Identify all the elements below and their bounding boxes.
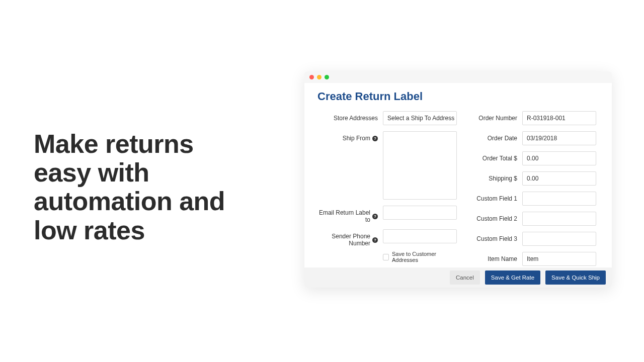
close-icon[interactable]: [309, 75, 314, 79]
sender-phone-label: Sender Phone Number ?: [317, 229, 383, 247]
order-date-input[interactable]: [522, 131, 596, 145]
ship-from-label: Ship From ?: [317, 131, 383, 142]
order-number-input[interactable]: [522, 111, 596, 125]
question-icon[interactable]: ?: [372, 136, 378, 141]
order-total-label: Order Total $: [472, 151, 522, 162]
email-return-label-to-input[interactable]: [383, 206, 457, 220]
custom-field-3-input[interactable]: [522, 232, 596, 246]
hero-headline: Make returns easy with automation and lo…: [34, 130, 250, 245]
app-window: Create Return Label Store Addresses Sele…: [304, 71, 612, 288]
titlebar: [304, 71, 612, 83]
question-icon[interactable]: ?: [372, 237, 378, 243]
ship-from-input[interactable]: [383, 131, 457, 200]
order-date-label: Order Date: [472, 131, 522, 142]
panel-title: Create Return Label: [317, 90, 599, 103]
window-content: Create Return Label Store Addresses Sele…: [304, 83, 612, 272]
form-column-right: Order Number Order Date Order Total $ Sh…: [472, 111, 599, 272]
custom-field-1-label: Custom Field 1: [472, 192, 522, 202]
custom-field-2-input[interactable]: [522, 212, 596, 226]
form-column-left: Store Addresses Select a Ship To Address…: [317, 111, 457, 272]
save-quick-ship-button[interactable]: Save & Quick Ship: [545, 270, 606, 285]
save-to-customer-addresses-label: Save to Customer Addresses: [392, 251, 457, 263]
save-to-customer-addresses-checkbox[interactable]: [383, 254, 389, 260]
form-columns: Store Addresses Select a Ship To Address…: [317, 111, 599, 272]
item-name-input[interactable]: [522, 252, 596, 266]
question-icon[interactable]: ?: [372, 214, 378, 219]
item-name-label: Item Name: [472, 252, 522, 262]
custom-field-1-input[interactable]: [522, 192, 596, 206]
shipping-label: Shipping $: [472, 171, 522, 182]
custom-field-3-label: Custom Field 3: [472, 232, 522, 242]
order-number-label: Order Number: [472, 111, 522, 122]
footer-bar: Cancel Save & Get Rate Save & Quick Ship: [304, 267, 612, 288]
cancel-button[interactable]: Cancel: [450, 270, 480, 285]
sender-phone-input[interactable]: [383, 229, 457, 243]
order-total-input[interactable]: [522, 151, 596, 165]
save-get-rate-button[interactable]: Save & Get Rate: [485, 270, 540, 285]
store-addresses-select[interactable]: Select a Ship To Address: [383, 111, 457, 125]
custom-field-2-label: Custom Field 2: [472, 212, 522, 222]
minimize-icon[interactable]: [317, 75, 321, 79]
save-to-customer-addresses-row: Save to Customer Addresses: [383, 251, 457, 263]
shipping-input[interactable]: [522, 171, 596, 186]
email-return-label-to-label: Email Return Label to ?: [317, 206, 383, 223]
store-addresses-label: Store Addresses: [317, 111, 383, 122]
zoom-icon[interactable]: [325, 75, 329, 79]
